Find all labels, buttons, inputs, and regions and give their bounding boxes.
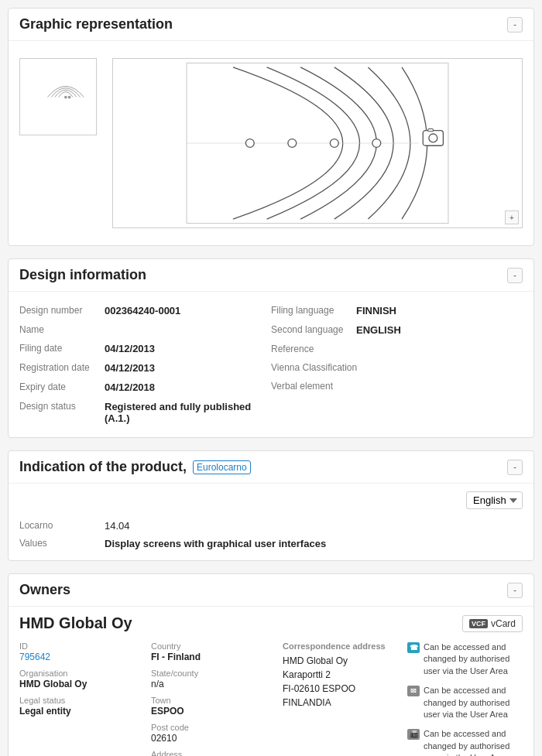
owner-name-row: HMD Global Oy VCF vCard [19, 614, 523, 632]
owners-section: Owners - HMD Global Oy VCF vCard ID 7956… [8, 573, 534, 756]
owner-postcode-field: Post code 02610 [151, 723, 283, 744]
svg-point-4 [245, 139, 254, 148]
design-field-label: Reference [271, 344, 356, 354]
svg-point-1 [64, 95, 67, 98]
locarno-row: Locarno 14.04 [19, 517, 523, 535]
indication-rows: Locarno 14.04 Values Display screens wit… [19, 517, 523, 552]
eurolocarno-link[interactable]: Eurolocarno [193, 460, 251, 474]
correspondence-line: Karaportti 2 [283, 668, 403, 682]
vcard-button[interactable]: VCF vCard [462, 615, 523, 632]
svg-point-7 [372, 139, 381, 148]
owner-postcode-label: Post code [151, 723, 283, 732]
design-field-value: FINNISH [356, 305, 396, 316]
owner-col-2: Country FI - Finland State/county n/a To… [151, 641, 283, 756]
locarno-value: 14.04 [105, 520, 130, 532]
design-field-label: Filing language [271, 305, 356, 316]
owner-name: HMD Global Oy [19, 614, 132, 632]
vcard-icon: VCF [469, 619, 488, 628]
owner-id-label: ID [19, 641, 151, 651]
owners-section-title: Owners [19, 582, 70, 598]
correspondence-line: HMD Global Oy [283, 654, 403, 668]
design-info-row: Design status Registered and fully publi… [19, 397, 271, 428]
owner-col-3: Correspondence address HMD Global OyKara… [283, 641, 403, 756]
graphic-section-header: Graphic representation - [9, 9, 533, 41]
design-info-left-col: Design number 002364240-0001 Name Filing… [19, 301, 271, 428]
design-collapse-button[interactable]: - [507, 268, 523, 283]
design-info-row: Reference [271, 340, 523, 358]
fax-icon: 📠 [407, 729, 420, 740]
design-info-right-col: Filing language FINNISH Second language … [271, 301, 523, 428]
svg-point-5 [288, 139, 297, 148]
owner-state-value: n/a [151, 679, 283, 689]
owner-org-value: HMD Global Oy [19, 679, 151, 689]
owner-card: HMD Global Oy VCF vCard ID 795642 Organi… [9, 607, 533, 756]
design-section-header: Design information - [9, 259, 533, 292]
design-section-content: Design number 002364240-0001 Name Filing… [9, 292, 533, 437]
svg-point-9 [429, 134, 437, 142]
design-field-label: Verbal element [271, 381, 356, 392]
graphic-representation-section: Graphic representation - [8, 8, 534, 246]
design-field-label: Filing date [19, 343, 105, 354]
owner-state-field: State/county n/a [151, 669, 283, 689]
owner-legal-value: Legal entity [19, 706, 151, 717]
owner-address-field: Address Karaportti 2 [151, 750, 283, 756]
design-info-row: Verbal element [271, 377, 523, 395]
values-label: Values [19, 538, 105, 549]
design-field-value: 04/12/2013 [105, 362, 155, 374]
design-field-value: ENGLISH [356, 324, 401, 336]
owner-address-label: Address [151, 750, 283, 756]
owner-col-4: ☎ Can be accessed and changed by authori… [403, 641, 523, 756]
design-field-label: Design status [19, 401, 105, 412]
graphic-section-title: Graphic representation [19, 16, 173, 32]
owner-state-label: State/county [151, 669, 283, 678]
correspondence-label: Correspondence address [283, 641, 403, 651]
design-field-label: Vienna Classification [271, 362, 357, 373]
small-graphic-svg [29, 68, 87, 126]
owner-postcode-value: 02610 [151, 733, 283, 744]
small-thumbnail [19, 58, 97, 135]
indication-title-row: Indication of the product, Eurolocarno [19, 459, 251, 475]
vcard-label: vCard [491, 618, 516, 629]
design-field-label: Design number [19, 305, 105, 316]
graphic-collapse-button[interactable]: - [507, 17, 523, 32]
svg-point-6 [330, 139, 338, 148]
graphic-section-content: + [9, 41, 533, 245]
design-field-label: Name [19, 324, 105, 335]
design-info-row: Design number 002364240-0001 [19, 301, 271, 320]
large-graphic-svg [113, 59, 522, 227]
design-field-value: 04/12/2018 [105, 381, 155, 393]
access-text: Can be accessed and changed by authorise… [424, 728, 523, 756]
indication-section-header: Indication of the product, Eurolocarno - [9, 451, 533, 484]
design-info-row: Filing language FINNISH [271, 301, 523, 320]
values-value: Display screens with graphical user inte… [105, 538, 326, 549]
design-info-table: Design number 002364240-0001 Name Filing… [19, 301, 523, 428]
design-info-row: Second language ENGLISH [271, 320, 523, 340]
design-info-row: Vienna Classification [271, 358, 523, 377]
values-row: Values Display screens with graphical us… [19, 535, 523, 552]
svg-rect-10 [428, 128, 434, 131]
design-info-row: Filing date 04/12/2013 [19, 339, 271, 358]
language-select[interactable]: English Finnish [466, 491, 523, 509]
access-item: ☎ Can be accessed and changed by authori… [407, 641, 523, 677]
access-text: Can be accessed and changed by authorise… [424, 641, 523, 677]
owners-section-header: Owners - [9, 574, 533, 607]
indication-content: English Finnish Locarno 14.04 Values Dis… [9, 484, 533, 560]
access-text: Can be accessed and changed by authorise… [424, 685, 523, 720]
design-field-value: Registered and fully published (A.1.) [105, 401, 271, 424]
owner-id-field: ID 795642 [19, 641, 151, 662]
owner-details-grid: ID 795642 Organisation HMD Global Oy Leg… [19, 641, 523, 756]
large-graphic: + [112, 58, 523, 228]
owner-correspondence-field: Correspondence address HMD Global OyKara… [283, 641, 403, 710]
design-field-value: 002364240-0001 [105, 305, 180, 316]
phone-icon: ☎ [407, 642, 420, 653]
owner-org-field: Organisation HMD Global Oy [19, 669, 151, 689]
owner-id-value[interactable]: 795642 [19, 652, 151, 662]
correspondence-line: FI-02610 ESPOO [283, 682, 403, 696]
access-item: 📠 Can be accessed and changed by authori… [407, 728, 523, 756]
indication-collapse-button[interactable]: - [507, 460, 523, 475]
indication-section: Indication of the product, Eurolocarno -… [8, 450, 534, 561]
indication-section-title: Indication of the product, [19, 459, 187, 475]
expand-button[interactable]: + [505, 210, 519, 224]
owners-collapse-button[interactable]: - [507, 583, 523, 598]
owner-country-label: Country [151, 641, 283, 651]
